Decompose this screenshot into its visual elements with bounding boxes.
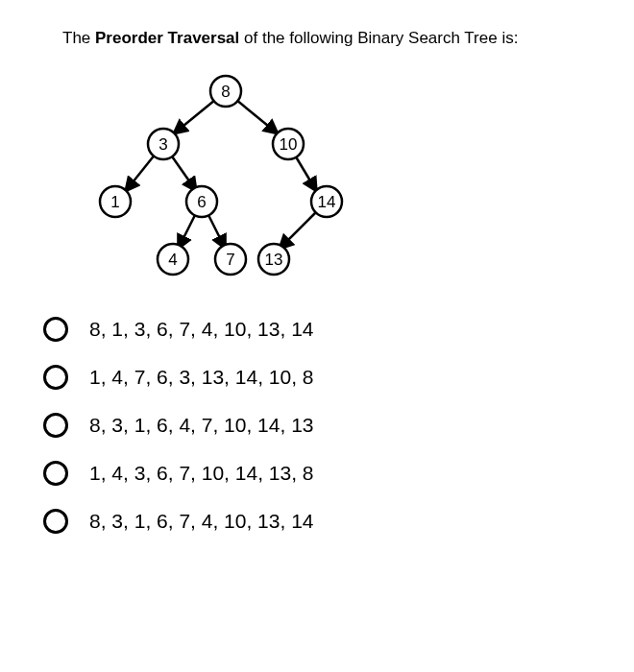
radio-icon[interactable] <box>43 461 68 486</box>
radio-icon[interactable] <box>43 413 68 438</box>
option-0[interactable]: 8, 1, 3, 6, 7, 4, 10, 13, 14 <box>43 317 596 342</box>
node-4: 4 <box>158 244 188 275</box>
answer-options: 8, 1, 3, 6, 7, 4, 10, 13, 14 1, 4, 7, 6,… <box>43 317 596 534</box>
prompt-bold: Preorder Traversal <box>95 29 239 47</box>
option-3[interactable]: 1, 4, 3, 6, 7, 10, 14, 13, 8 <box>43 461 596 486</box>
radio-icon[interactable] <box>43 365 68 390</box>
radio-icon[interactable] <box>43 317 68 342</box>
node-7: 7 <box>215 244 246 275</box>
svg-text:3: 3 <box>158 135 167 154</box>
node-1: 1 <box>100 186 131 217</box>
node-14: 14 <box>311 186 342 217</box>
option-4[interactable]: 8, 3, 1, 6, 7, 4, 10, 13, 14 <box>43 509 596 534</box>
option-1[interactable]: 1, 4, 7, 6, 3, 13, 14, 10, 8 <box>43 365 596 390</box>
svg-text:7: 7 <box>226 251 234 269</box>
svg-text:13: 13 <box>265 251 283 269</box>
svg-text:6: 6 <box>197 193 206 211</box>
node-10: 10 <box>273 129 304 159</box>
tree-svg: 8 3 10 1 6 14 <box>91 67 360 293</box>
node-6: 6 <box>186 186 217 217</box>
question-container: The Preorder Traversal of the following … <box>0 0 634 576</box>
node-3: 3 <box>148 129 179 159</box>
svg-text:10: 10 <box>280 135 298 154</box>
svg-text:4: 4 <box>168 251 177 269</box>
question-prompt: The Preorder Traversal of the following … <box>62 29 596 48</box>
svg-text:14: 14 <box>318 193 336 211</box>
svg-text:1: 1 <box>110 193 119 211</box>
prompt-pre: The <box>62 29 95 47</box>
node-8: 8 <box>210 76 241 107</box>
prompt-post: of the following Binary Search Tree is: <box>239 29 518 47</box>
tree-diagram: 8 3 10 1 6 14 <box>91 67 360 293</box>
option-label: 8, 3, 1, 6, 4, 7, 10, 14, 13 <box>89 414 314 437</box>
node-13: 13 <box>258 244 289 275</box>
option-label: 1, 4, 3, 6, 7, 10, 14, 13, 8 <box>89 462 314 485</box>
svg-text:8: 8 <box>221 83 230 101</box>
option-2[interactable]: 8, 3, 1, 6, 4, 7, 10, 14, 13 <box>43 413 596 438</box>
option-label: 8, 1, 3, 6, 7, 4, 10, 13, 14 <box>89 318 314 341</box>
radio-icon[interactable] <box>43 509 68 534</box>
option-label: 8, 3, 1, 6, 7, 4, 10, 13, 14 <box>89 510 314 533</box>
option-label: 1, 4, 7, 6, 3, 13, 14, 10, 8 <box>89 366 314 389</box>
